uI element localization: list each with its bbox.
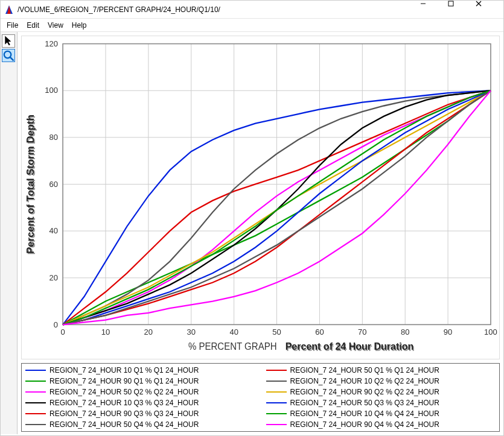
svg-text:Percent of 24 Hour Duration: Percent of 24 Hour Duration	[285, 341, 414, 352]
svg-text:60: 60	[315, 327, 324, 336]
legend-item[interactable]: REGION_7 24_HOUR 10 Q3 % Q3 24_HOUR	[25, 399, 255, 407]
legend-item[interactable]: REGION_7 24_HOUR 10 Q1 % Q1 24_HOUR	[25, 366, 255, 374]
legend-label: REGION_7 24_HOUR 10 Q2 % Q2 24_HOUR	[290, 377, 439, 385]
maximize-button[interactable]	[448, 1, 476, 18]
app-icon	[4, 5, 14, 14]
legend-item[interactable]: REGION_7 24_HOUR 10 Q4 % Q4 24_HOUR	[266, 409, 496, 418]
svg-text:80: 80	[401, 327, 409, 336]
legend-item[interactable]: REGION_7 24_HOUR 50 Q1 % Q1 24_HOUR	[266, 366, 496, 374]
plot-area: 0102030405060708090100020406080100120Per…	[18, 32, 503, 434]
menu-help[interactable]: Help	[68, 20, 91, 31]
legend-swatch	[25, 370, 46, 371]
legend-item[interactable]: REGION_7 24_HOUR 90 Q3 % Q3 24_HOUR	[25, 409, 255, 418]
svg-text:120: 120	[45, 39, 58, 48]
legend-swatch	[266, 370, 287, 371]
legend-label: REGION_7 24_HOUR 50 Q1 % Q1 24_HOUR	[290, 366, 439, 374]
window-title: /VOLUME_6/REGION_7/PERCENT GRAPH/24_HOUR…	[18, 5, 220, 14]
legend-label: REGION_7 24_HOUR 50 Q2 % Q2 24_HOUR	[49, 388, 199, 396]
svg-text:40: 40	[49, 226, 58, 235]
legend-swatch	[25, 391, 46, 393]
svg-text:10: 10	[101, 327, 110, 336]
legend-label: REGION_7 24_HOUR 10 Q3 % Q3 24_HOUR	[49, 399, 199, 407]
menu-edit[interactable]: Edit	[23, 20, 43, 31]
legend-item[interactable]: REGION_7 24_HOUR 90 Q2 % Q2 24_HOUR	[266, 388, 496, 396]
svg-text:0: 0	[60, 327, 65, 336]
legend-item[interactable]: REGION_7 24_HOUR 50 Q3 % Q3 24_HOUR	[266, 399, 496, 407]
svg-text:100: 100	[45, 86, 58, 95]
legend-swatch	[25, 381, 46, 382]
titlebar: /VOLUME_6/REGION_7/PERCENT GRAPH/24_HOUR…	[1, 1, 503, 19]
legend-swatch	[266, 413, 287, 414]
left-toolbar	[1, 32, 18, 434]
svg-text:60: 60	[49, 179, 58, 188]
pointer-tool-button[interactable]	[2, 34, 15, 48]
svg-text:0: 0	[54, 320, 58, 329]
legend: REGION_7 24_HOUR 10 Q1 % Q1 24_HOURREGIO…	[21, 363, 500, 432]
legend-item[interactable]: REGION_7 24_HOUR 50 Q4 % Q4 24_HOUR	[25, 420, 255, 429]
menu-view[interactable]: View	[44, 20, 67, 31]
legend-label: REGION_7 24_HOUR 90 Q2 % Q2 24_HOUR	[290, 388, 439, 396]
legend-item[interactable]: REGION_7 24_HOUR 90 Q4 % Q4 24_HOUR	[266, 420, 496, 429]
legend-item[interactable]: REGION_7 24_HOUR 90 Q1 % Q1 24_HOUR	[25, 377, 255, 385]
svg-text:90: 90	[444, 327, 452, 336]
close-button[interactable]	[476, 1, 503, 18]
zoom-tool-button[interactable]	[2, 49, 15, 62]
legend-swatch	[266, 381, 287, 382]
legend-label: REGION_7 24_HOUR 50 Q3 % Q3 24_HOUR	[290, 399, 439, 407]
chart[interactable]: 0102030405060708090100020406080100120Per…	[21, 36, 500, 359]
legend-item[interactable]: REGION_7 24_HOUR 10 Q2 % Q2 24_HOUR	[266, 377, 496, 385]
minimize-button[interactable]	[420, 1, 448, 18]
legend-swatch	[266, 424, 287, 425]
legend-label: REGION_7 24_HOUR 10 Q1 % Q1 24_HOUR	[49, 366, 199, 374]
svg-text:80: 80	[49, 133, 58, 142]
svg-text:30: 30	[187, 327, 196, 336]
menubar: File Edit View Help	[1, 19, 503, 32]
legend-item[interactable]: REGION_7 24_HOUR 50 Q2 % Q2 24_HOUR	[25, 388, 255, 396]
legend-label: REGION_7 24_HOUR 90 Q1 % Q1 24_HOUR	[49, 377, 199, 385]
pointer-icon	[2, 35, 14, 47]
svg-text:20: 20	[144, 327, 153, 336]
legend-swatch	[25, 413, 46, 414]
svg-line-5	[10, 57, 14, 61]
legend-swatch	[266, 391, 287, 393]
menu-file[interactable]: File	[3, 20, 22, 31]
legend-label: REGION_7 24_HOUR 50 Q4 % Q4 24_HOUR	[49, 420, 199, 429]
svg-point-4	[4, 51, 11, 58]
svg-text:% PERCENT GRAPH: % PERCENT GRAPH	[188, 341, 277, 352]
magnifier-icon	[2, 49, 14, 62]
svg-text:Percent of Total Storm Depth: Percent of Total Storm Depth	[25, 115, 36, 254]
svg-text:100: 100	[484, 327, 497, 336]
svg-text:40: 40	[229, 327, 238, 336]
svg-text:70: 70	[358, 327, 366, 336]
svg-rect-1	[448, 1, 453, 6]
legend-label: REGION_7 24_HOUR 90 Q4 % Q4 24_HOUR	[290, 420, 439, 429]
app-window: /VOLUME_6/REGION_7/PERCENT GRAPH/24_HOUR…	[0, 0, 504, 436]
legend-label: REGION_7 24_HOUR 10 Q4 % Q4 24_HOUR	[290, 409, 439, 418]
legend-swatch	[266, 402, 287, 403]
svg-text:50: 50	[272, 327, 281, 336]
legend-swatch	[25, 424, 46, 425]
legend-label: REGION_7 24_HOUR 90 Q3 % Q3 24_HOUR	[49, 409, 199, 418]
svg-text:20: 20	[49, 273, 58, 282]
legend-swatch	[25, 402, 46, 403]
